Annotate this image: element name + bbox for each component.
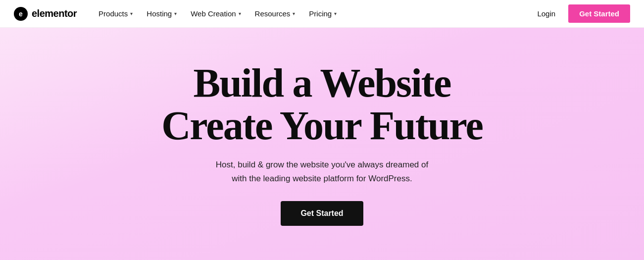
- chevron-down-icon: ▾: [130, 11, 133, 16]
- chevron-down-icon: ▾: [293, 11, 295, 16]
- get-started-hero-button[interactable]: Get Started: [281, 201, 363, 226]
- hero-subtitle: Host, build & grow the website you've al…: [216, 158, 428, 185]
- chevron-down-icon: ▾: [174, 11, 177, 16]
- hero-section: Build a Website Create Your Future Host,…: [0, 28, 644, 260]
- get-started-nav-button[interactable]: Get Started: [568, 4, 630, 23]
- nav-label-pricing: Pricing: [309, 9, 332, 18]
- hero-title: Build a Website Create Your Future: [161, 62, 483, 147]
- login-button[interactable]: Login: [530, 5, 562, 22]
- nav-items: Products ▾ Hosting ▾ Web Creation ▾ Reso…: [93, 5, 343, 22]
- logo[interactable]: e elementor: [14, 7, 77, 21]
- nav-label-resources: Resources: [255, 9, 291, 18]
- logo-icon: e: [14, 7, 28, 21]
- hero-title-line1: Build a Website: [194, 60, 451, 105]
- logo-text: elementor: [32, 8, 77, 19]
- nav-label-products: Products: [99, 9, 128, 18]
- nav-item-resources[interactable]: Resources ▾: [249, 5, 301, 22]
- nav-item-hosting[interactable]: Hosting ▾: [141, 5, 183, 22]
- navbar: e elementor Products ▾ Hosting ▾ Web Cre…: [0, 0, 644, 28]
- nav-item-products[interactable]: Products ▾: [93, 5, 139, 22]
- nav-item-pricing[interactable]: Pricing ▾: [303, 5, 343, 22]
- nav-label-hosting: Hosting: [147, 9, 172, 18]
- nav-item-web-creation[interactable]: Web Creation ▾: [185, 5, 247, 22]
- hero-title-line2: Create Your Future: [161, 103, 483, 148]
- chevron-down-icon: ▾: [334, 11, 337, 16]
- chevron-down-icon: ▾: [239, 11, 241, 16]
- nav-label-web-creation: Web Creation: [191, 9, 236, 18]
- navbar-left: e elementor Products ▾ Hosting ▾ Web Cre…: [14, 5, 343, 22]
- navbar-right: Login Get Started: [530, 4, 630, 23]
